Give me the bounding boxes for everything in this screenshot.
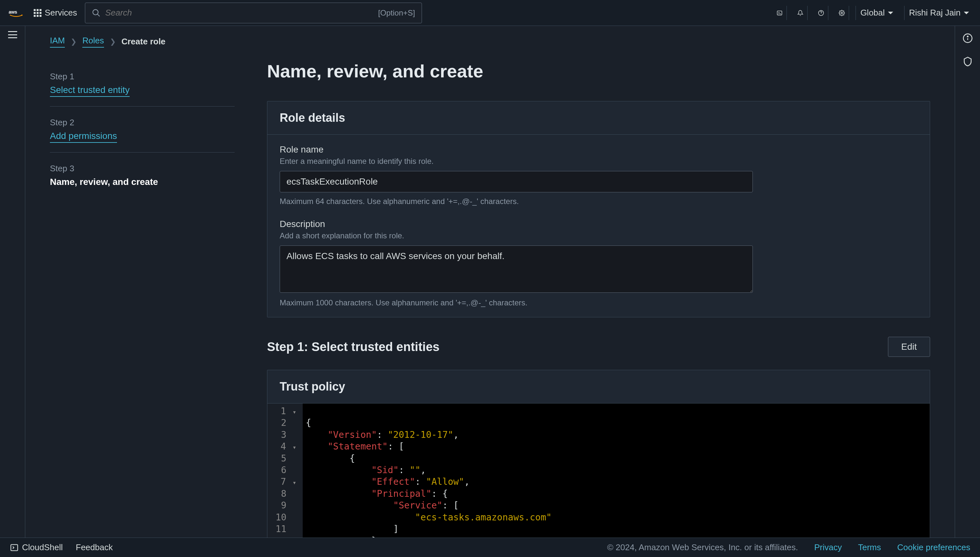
right-rail	[955, 26, 980, 537]
page-title: Name, review, and create	[267, 60, 930, 81]
trust-policy-code[interactable]: 1 ▾ 2 3 4 ▾ 5 6 7 ▾ 8 9 10 11 { "Version…	[267, 404, 930, 537]
notifications-icon[interactable]	[793, 6, 808, 20]
security-icon[interactable]	[962, 56, 973, 67]
trust-policy-header: Trust policy	[267, 370, 930, 404]
step-label: Step 2	[50, 117, 235, 128]
role-details-panel: Role details Role name Enter a meaningfu…	[267, 101, 930, 318]
breadcrumb-iam[interactable]: IAM	[50, 36, 65, 47]
role-name-hint: Enter a meaningful name to identify this…	[280, 157, 918, 166]
grid-icon	[34, 9, 41, 17]
svg-line-2	[97, 14, 100, 16]
user-label: Rishi Raj Jain	[909, 8, 960, 18]
copyright: © 2024, Amazon Web Services, Inc. or its…	[607, 542, 798, 552]
settings-icon[interactable]	[835, 6, 849, 20]
global-search[interactable]: [Option+S]	[85, 3, 422, 23]
description-textarea[interactable]	[280, 246, 753, 293]
breadcrumb-roles[interactable]: Roles	[82, 36, 104, 47]
step-3-title: Name, review, and create	[50, 177, 235, 187]
feedback-link[interactable]: Feedback	[76, 542, 113, 552]
step-label: Step 3	[50, 163, 235, 174]
help-icon[interactable]	[814, 6, 828, 20]
code-content: { "Version": "2012-10-17", "Statement": …	[303, 404, 555, 537]
chevron-right-icon: ❯	[71, 37, 77, 46]
search-icon	[92, 8, 101, 18]
chevron-right-icon: ❯	[110, 37, 116, 46]
menu-toggle-icon[interactable]	[8, 31, 17, 38]
info-icon[interactable]	[962, 33, 973, 44]
breadcrumb: IAM ❯ Roles ❯ Create role	[25, 26, 955, 47]
privacy-link[interactable]: Privacy	[814, 542, 842, 552]
trust-policy-panel: Trust policy 1 ▾ 2 3 4 ▾ 5 6 7 ▾ 8 9 10 …	[267, 370, 930, 537]
description-hint: Add a short explanation for this role.	[280, 231, 918, 240]
step-2: Step 2 Add permissions	[50, 107, 235, 153]
breadcrumb-current: Create role	[121, 37, 166, 47]
step-label: Step 1	[50, 72, 235, 81]
top-navigation: aws Services [Option+S]	[0, 0, 980, 26]
services-label: Services	[45, 8, 77, 18]
role-details-header: Role details	[267, 101, 930, 135]
step-2-link[interactable]: Add permissions	[50, 131, 117, 143]
description-footnote: Maximum 1000 characters. Use alphanumeri…	[280, 298, 918, 307]
wizard-steps: Step 1 Select trusted entity Step 2 Add …	[50, 60, 235, 537]
services-button[interactable]: Services	[34, 8, 77, 18]
caret-down-icon	[888, 11, 893, 14]
cookie-preferences-link[interactable]: Cookie preferences	[897, 542, 970, 552]
search-shortcut: [Option+S]	[378, 8, 415, 18]
role-name-field: Role name Enter a meaningful name to ide…	[280, 145, 918, 206]
left-rail	[0, 26, 25, 537]
description-field: Description Add a short explanation for …	[280, 219, 918, 307]
svg-point-1	[93, 10, 98, 15]
edit-button[interactable]: Edit	[888, 337, 930, 357]
step-1-link[interactable]: Select trusted entity	[50, 85, 130, 97]
search-input[interactable]	[105, 8, 378, 18]
role-name-footnote: Maximum 64 characters. Use alphanumeric …	[280, 197, 918, 206]
step1-section-title: Step 1: Select trusted entities	[267, 340, 439, 354]
terms-link[interactable]: Terms	[858, 542, 881, 552]
step1-section-header: Step 1: Select trusted entities Edit	[267, 337, 930, 357]
aws-logo[interactable]: aws	[7, 8, 26, 18]
cloudshell-label: CloudShell	[22, 542, 63, 552]
region-selector[interactable]: Global	[856, 6, 898, 20]
description-label: Description	[280, 219, 918, 229]
step-3: Step 3 Name, review, and create	[50, 153, 235, 198]
svg-text:aws: aws	[9, 9, 18, 14]
cloudshell-button[interactable]: CloudShell	[10, 542, 63, 552]
svg-point-5	[841, 12, 843, 14]
code-gutter: 1 ▾ 2 3 4 ▾ 5 6 7 ▾ 8 9 10 11	[267, 404, 303, 537]
user-menu[interactable]: Rishi Raj Jain	[904, 6, 973, 20]
role-name-input[interactable]	[280, 171, 753, 192]
step-1: Step 1 Select trusted entity	[50, 60, 235, 107]
role-name-label: Role name	[280, 145, 918, 155]
footer: CloudShell Feedback © 2024, Amazon Web S…	[0, 537, 980, 557]
caret-down-icon	[964, 11, 969, 14]
svg-point-8	[967, 36, 968, 37]
region-label: Global	[861, 8, 885, 18]
cloudshell-icon[interactable]	[773, 6, 787, 20]
